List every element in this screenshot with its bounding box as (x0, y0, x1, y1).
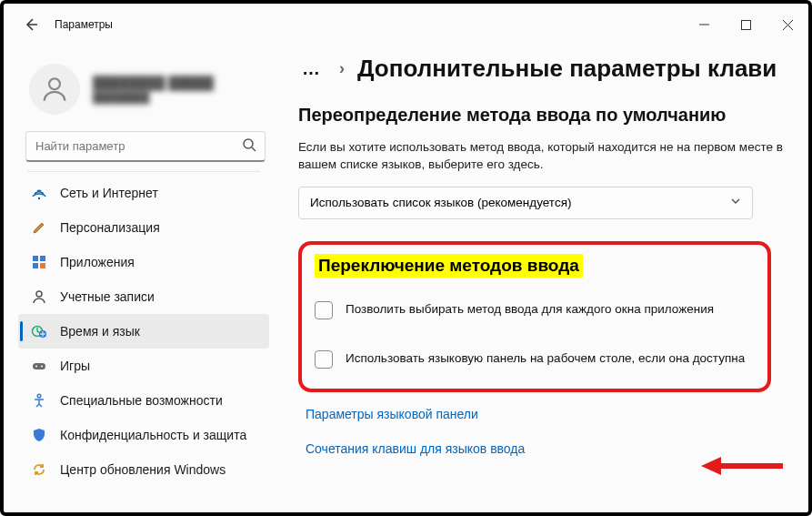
breadcrumb-more-button[interactable]: … (298, 58, 326, 79)
nav-list: Сеть и ИнтернетПерсонализацияПриложенияУ… (18, 171, 273, 512)
nav-item-label: Специальные возможности (60, 393, 223, 408)
chevron-down-icon (730, 196, 741, 209)
minimize-button[interactable] (683, 4, 725, 46)
search-icon (242, 137, 256, 156)
switching-heading: Переключение методов ввода (315, 254, 583, 278)
update-icon (31, 461, 47, 478)
svg-point-5 (244, 139, 253, 148)
nav-item-label: Приложения (60, 255, 135, 269)
nav-item-update[interactable]: Центр обновления Windows (18, 452, 269, 487)
language-bar-label: Использовать языковую панель на рабочем … (346, 350, 748, 367)
svg-rect-15 (33, 363, 45, 369)
access-icon (31, 392, 47, 409)
override-description: Если вы хотите использовать метод ввода,… (298, 139, 808, 174)
nav-item-shield[interactable]: Конфиденциальность и защита (18, 418, 269, 452)
nav-item-label: Сеть и Интернет (60, 186, 158, 200)
nav-item-label: Время и язык (60, 324, 140, 339)
nav-item-label: Игры (60, 359, 90, 373)
network-icon (31, 185, 47, 201)
svg-line-6 (252, 147, 256, 151)
nav-item-timelang[interactable]: Время и язык (18, 314, 269, 349)
nav-item-games[interactable]: Игры (18, 349, 269, 383)
games-icon (31, 358, 47, 374)
override-heading: Переопределение метода ввода по умолчани… (298, 103, 808, 126)
svg-rect-10 (33, 263, 38, 268)
svg-rect-11 (40, 263, 45, 268)
svg-point-18 (37, 394, 41, 398)
language-bar-checkbox[interactable] (315, 350, 333, 369)
svg-rect-8 (33, 256, 38, 261)
timelang-icon (31, 323, 47, 339)
page-title: Дополнительные параметры клави (357, 55, 777, 83)
person-icon (31, 288, 47, 305)
per-window-checkbox[interactable] (315, 301, 333, 319)
nav-item-label: Учетные записи (60, 289, 155, 304)
svg-point-12 (36, 291, 42, 297)
maximize-button[interactable] (725, 4, 767, 46)
profile-block[interactable]: ████████ █████ ████████ (18, 51, 273, 131)
apps-icon (31, 254, 47, 270)
nav-item-label: Конфиденциальность и защита (60, 428, 246, 442)
svg-marker-20 (701, 457, 721, 475)
nav-item-person[interactable]: Учетные записи (18, 279, 269, 314)
svg-point-16 (35, 366, 37, 368)
nav-item-label: Центр обновления Windows (60, 462, 226, 477)
close-button[interactable] (767, 4, 808, 46)
nav-item-label: Персонализация (60, 220, 160, 235)
back-button[interactable] (16, 10, 45, 39)
nav-item-network[interactable]: Сеть и Интернет (18, 176, 269, 210)
highlight-box: Переключение методов ввода Позволить выб… (298, 241, 771, 392)
avatar (29, 64, 80, 115)
svg-point-7 (38, 197, 40, 199)
per-window-label: Позволить выбирать метод ввода для каждо… (346, 301, 717, 318)
default-input-method-dropdown[interactable]: Использовать список языков (рекомендуетс… (298, 187, 753, 219)
brush-icon (31, 219, 47, 236)
search-input[interactable] (25, 131, 266, 162)
breadcrumb: … › Дополнительные параметры клави (298, 55, 808, 103)
input-language-hotkeys-link[interactable]: Сочетания клавиш для языков ввода (306, 441, 808, 456)
nav-item-access[interactable]: Специальные возможности (18, 383, 269, 418)
annotation-arrow (701, 455, 783, 477)
nav-item-brush[interactable]: Персонализация (18, 210, 269, 245)
language-bar-options-link[interactable]: Параметры языковой панели (306, 407, 808, 421)
chevron-right-icon: › (339, 59, 345, 78)
dropdown-selected-label: Использовать список языков (рекомендуетс… (310, 196, 571, 209)
window-title: Параметры (55, 18, 113, 31)
svg-rect-9 (40, 256, 45, 261)
nav-item-apps[interactable]: Приложения (18, 245, 269, 279)
shield-icon (31, 427, 47, 443)
svg-point-17 (41, 366, 43, 368)
svg-rect-1 (741, 20, 750, 29)
svg-point-4 (49, 78, 60, 89)
profile-text: ████████ █████ ████████ (93, 75, 214, 104)
